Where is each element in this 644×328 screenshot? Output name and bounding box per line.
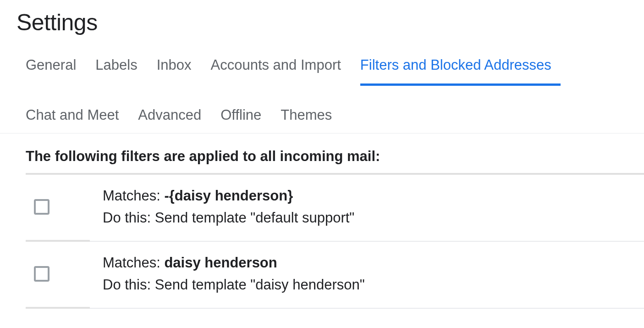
tab-accounts-and-import[interactable]: Accounts and Import [211,50,350,86]
filter-action-line: Do this: Send template "default support" [103,207,354,229]
filter-matches-label: Matches: [103,255,164,271]
filter-action-label: Do this: [103,277,155,293]
tab-offline[interactable]: Offline [220,100,270,124]
filter-checkbox-cell [26,266,103,282]
filter-matches-value: -{daisy henderson} [164,188,293,204]
filter-row: Matches: -{daisy henderson} Do this: Sen… [26,175,644,242]
tab-themes[interactable]: Themes [281,100,341,124]
filter-list: Matches: -{daisy henderson} Do this: Sen… [26,173,644,309]
page-title: Settings [0,0,644,50]
filters-content: The following filters are applied to all… [0,133,644,309]
tabs-row-1: General Labels Inbox Accounts and Import… [26,50,644,86]
filter-checkbox[interactable] [34,266,50,282]
tabs-row-2: Chat and Meet Advanced Offline Themes [26,86,644,133]
filter-action-value: Send template "daisy henderson" [155,277,365,293]
filter-matches-line: Matches: -{daisy henderson} [103,185,354,207]
filter-matches-label: Matches: [103,188,164,204]
filter-action-label: Do this: [103,210,155,226]
tab-filters-and-blocked-addresses[interactable]: Filters and Blocked Addresses [360,50,561,86]
filter-row: Matches: daisy henderson Do this: Send t… [26,242,644,309]
filter-matches-line: Matches: daisy henderson [103,252,365,274]
filter-checkbox-cell [26,199,103,215]
filter-checkbox[interactable] [34,199,50,215]
tab-general[interactable]: General [26,50,85,86]
tab-chat-and-meet[interactable]: Chat and Meet [26,100,128,124]
filter-text: Matches: daisy henderson Do this: Send t… [103,252,365,296]
tab-inbox[interactable]: Inbox [157,50,201,86]
tab-labels[interactable]: Labels [95,50,146,86]
filter-action-line: Do this: Send template "daisy henderson" [103,274,365,296]
filter-text: Matches: -{daisy henderson} Do this: Sen… [103,185,354,229]
filter-action-value: Send template "default support" [155,210,355,226]
filter-matches-value: daisy henderson [164,255,277,271]
filters-intro: The following filters are applied to all… [26,148,644,173]
tabs-container: General Labels Inbox Accounts and Import… [0,50,644,133]
tab-advanced[interactable]: Advanced [138,100,210,124]
